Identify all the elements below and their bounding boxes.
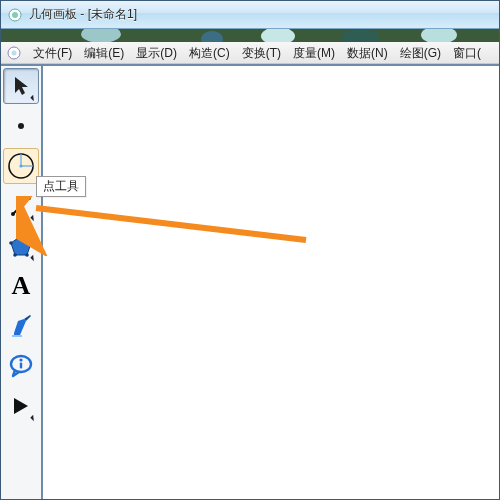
svg-rect-23 — [20, 363, 22, 369]
compass-icon — [6, 151, 36, 181]
marker-icon — [8, 313, 34, 339]
point-tool[interactable] — [3, 108, 39, 144]
svg-marker-24 — [14, 398, 28, 414]
menu-file[interactable]: 文件(F) — [27, 43, 78, 63]
svg-point-16 — [25, 253, 29, 257]
play-icon — [8, 393, 34, 419]
document-icon — [5, 44, 23, 62]
marker-tool[interactable] — [3, 308, 39, 344]
svg-marker-4 — [15, 77, 28, 95]
svg-point-1 — [12, 12, 18, 18]
menu-window[interactable]: 窗口( — [447, 43, 487, 63]
flyout-indicator-icon — [30, 415, 36, 421]
svg-point-15 — [29, 241, 33, 245]
tooltip: 点工具 — [36, 176, 86, 197]
svg-point-12 — [27, 196, 31, 200]
svg-point-11 — [11, 212, 15, 216]
flyout-indicator-icon — [30, 215, 36, 221]
workspace: A — [1, 64, 499, 499]
text-tool[interactable]: A — [3, 268, 39, 304]
menu-transform[interactable]: 变换(T) — [236, 43, 287, 63]
drawing-canvas[interactable] — [43, 66, 499, 499]
decorative-strip — [1, 29, 499, 42]
window-title: 几何画板 - [未命名1] — [29, 6, 137, 23]
compass-tool[interactable] — [3, 148, 39, 184]
line-icon — [8, 193, 34, 219]
flyout-indicator-icon — [30, 255, 36, 261]
polygon-tool[interactable] — [3, 228, 39, 264]
menu-measure[interactable]: 度量(M) — [287, 43, 341, 63]
menu-display[interactable]: 显示(D) — [130, 43, 183, 63]
svg-point-3 — [12, 50, 17, 55]
menu-data[interactable]: 数据(N) — [341, 43, 394, 63]
svg-point-14 — [19, 234, 23, 238]
svg-marker-19 — [14, 319, 26, 335]
toolbar: A — [1, 66, 43, 499]
flyout-indicator-icon — [30, 95, 36, 101]
point-icon — [8, 113, 34, 139]
svg-point-9 — [19, 164, 22, 167]
custom-tools[interactable] — [3, 388, 39, 424]
app-window: 几何画板 - [未命名1] 文件(F) 编辑(E) 显示(D) 构造(C) 变换… — [0, 0, 500, 500]
menubar: 文件(F) 编辑(E) 显示(D) 构造(C) 变换(T) 度量(M) 数据(N… — [1, 42, 499, 64]
tooltip-text: 点工具 — [43, 179, 79, 193]
svg-point-18 — [9, 241, 13, 245]
text-A-icon: A — [12, 273, 31, 299]
svg-marker-13 — [11, 236, 31, 255]
app-icon — [7, 7, 23, 23]
info-tool[interactable] — [3, 348, 39, 384]
svg-rect-21 — [12, 335, 22, 337]
svg-point-22 — [19, 358, 22, 361]
svg-point-17 — [13, 253, 17, 257]
selection-tool[interactable] — [3, 68, 39, 104]
menu-construct[interactable]: 构造(C) — [183, 43, 236, 63]
titlebar[interactable]: 几何画板 - [未命名1] — [1, 1, 499, 29]
svg-line-10 — [13, 198, 29, 214]
arrow-cursor-icon — [8, 73, 34, 99]
info-balloon-icon — [7, 352, 35, 380]
menu-edit[interactable]: 编辑(E) — [78, 43, 130, 63]
svg-point-5 — [18, 123, 24, 129]
line-tool[interactable] — [3, 188, 39, 224]
menu-graph[interactable]: 绘图(G) — [394, 43, 447, 63]
